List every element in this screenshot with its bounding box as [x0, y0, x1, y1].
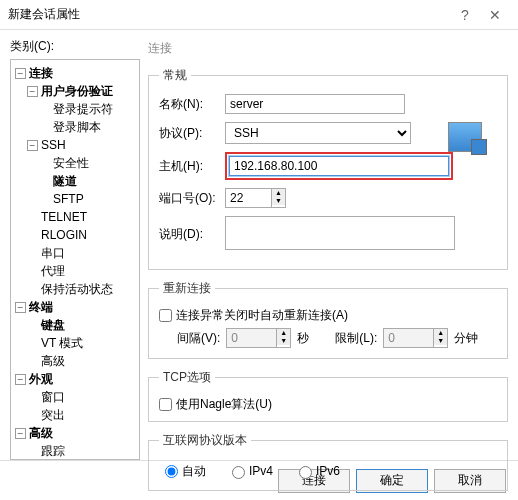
tree-keyboard[interactable]: 键盘	[41, 318, 65, 332]
tree-ssh[interactable]: SSH	[41, 138, 66, 152]
interval-input	[226, 328, 276, 348]
interval-label: 间隔(V):	[177, 330, 220, 347]
window-title: 新建会话属性	[8, 6, 450, 23]
chevron-up-icon: ▲	[434, 329, 447, 337]
tcp-group: TCP选项 使用Nagle算法(U)	[148, 369, 508, 422]
tree-trace[interactable]: 跟踪	[41, 444, 65, 458]
reconnect-legend: 重新连接	[159, 280, 215, 297]
limit-input	[383, 328, 433, 348]
reconnect-group: 重新连接 连接异常关闭时自动重新连接(A) 间隔(V): ▲▼ 秒 限制(L):…	[148, 280, 508, 359]
tree-serial[interactable]: 串口	[41, 246, 65, 260]
tree-window[interactable]: 窗口	[41, 390, 65, 404]
host-input[interactable]	[229, 156, 449, 176]
port-label: 端口号(O):	[159, 190, 225, 207]
port-stepper[interactable]: ▲▼	[225, 188, 286, 208]
protocol-label: 协议(P):	[159, 125, 225, 142]
chevron-down-icon: ▼	[434, 337, 447, 345]
category-label: 类别(C):	[10, 38, 140, 55]
auto-reconnect-label: 连接异常关闭时自动重新连接(A)	[176, 308, 348, 322]
tcp-legend: TCP选项	[159, 369, 215, 386]
chevron-down-icon[interactable]: ▼	[272, 197, 285, 205]
tree-connection[interactable]: 连接	[29, 66, 53, 80]
name-input[interactable]	[225, 94, 405, 114]
seconds-label: 秒	[297, 330, 309, 347]
tree-ssh-sftp[interactable]: SFTP	[53, 192, 84, 206]
toggle-icon[interactable]: −	[15, 428, 26, 439]
protocol-select[interactable]: SSH	[225, 122, 411, 144]
general-group: 常规 名称(N): 协议(P): SSH 主机(H): 端口号(O): ▲▼	[148, 67, 508, 270]
ip-auto-option[interactable]: 自动	[165, 463, 206, 480]
tree-appearance[interactable]: 外观	[29, 372, 53, 386]
close-icon[interactable]: ✕	[480, 7, 510, 23]
minutes-label: 分钟	[454, 330, 478, 347]
ip-v6-option[interactable]: IPv6	[299, 464, 340, 478]
auto-reconnect-checkbox[interactable]	[159, 309, 172, 322]
tree-auth[interactable]: 用户身份验证	[41, 84, 113, 98]
ip-v4-option[interactable]: IPv4	[232, 464, 273, 478]
port-input[interactable]	[225, 188, 271, 208]
toggle-icon[interactable]: −	[15, 302, 26, 313]
tree-ssh-tunnel[interactable]: 隧道	[53, 174, 77, 188]
titlebar: 新建会话属性 ? ✕	[0, 0, 518, 30]
tree-proxy[interactable]: 代理	[41, 264, 65, 278]
limit-label: 限制(L):	[335, 330, 377, 347]
general-legend: 常规	[159, 67, 191, 84]
ip-group: 互联网协议版本 自动 IPv4 IPv6	[148, 432, 508, 491]
toggle-icon[interactable]: −	[15, 374, 26, 385]
session-icon	[448, 122, 482, 152]
ip-legend: 互联网协议版本	[159, 432, 251, 449]
toggle-icon[interactable]: −	[15, 68, 26, 79]
tree-highlight[interactable]: 突出	[41, 408, 65, 422]
nagle-checkbox[interactable]	[159, 398, 172, 411]
tree-auth-prompt[interactable]: 登录提示符	[53, 102, 113, 116]
name-label: 名称(N):	[159, 96, 225, 113]
chevron-up-icon[interactable]: ▲	[272, 189, 285, 197]
tree-telnet[interactable]: TELNET	[41, 210, 87, 224]
chevron-up-icon: ▲	[277, 329, 290, 337]
toggle-icon[interactable]: −	[27, 86, 38, 97]
category-tree[interactable]: −连接 −用户身份验证 登录提示符 登录脚本 −SSH 安全性 隧道	[10, 59, 140, 460]
tree-adv-term[interactable]: 高级	[41, 354, 65, 368]
tree-rlogin[interactable]: RLOGIN	[41, 228, 87, 242]
desc-label: 说明(D):	[159, 226, 225, 243]
tree-vtmode[interactable]: VT 模式	[41, 336, 83, 350]
tree-advanced[interactable]: 高级	[29, 426, 53, 440]
chevron-down-icon: ▼	[277, 337, 290, 345]
tree-auth-script[interactable]: 登录脚本	[53, 120, 101, 134]
desc-textarea[interactable]	[225, 216, 455, 250]
tree-terminal[interactable]: 终端	[29, 300, 53, 314]
nagle-label: 使用Nagle算法(U)	[176, 397, 272, 411]
tree-ssh-security[interactable]: 安全性	[53, 156, 89, 170]
help-icon[interactable]: ?	[450, 7, 480, 23]
tree-keepalive[interactable]: 保持活动状态	[41, 282, 113, 296]
toggle-icon[interactable]: −	[27, 140, 38, 151]
host-label: 主机(H):	[159, 158, 225, 175]
page-title: 连接	[148, 40, 508, 57]
